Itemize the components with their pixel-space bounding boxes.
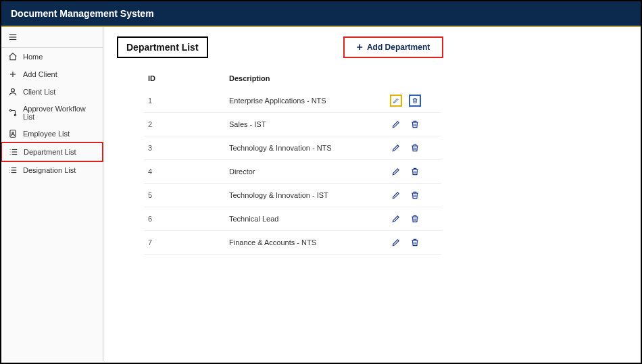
sidebar-item-designation-list[interactable]: Designation List — [1, 161, 103, 179]
sidebar-item-home[interactable]: Home — [1, 48, 103, 66]
column-description: Description — [229, 74, 390, 82]
main-content: Department List + Add Department ID Desc… — [103, 27, 641, 361]
svg-point-6 — [9, 109, 11, 111]
department-table: ID Description 1Enterprise Applications … — [144, 70, 441, 255]
row-id: 4 — [148, 167, 229, 176]
row-description: Enterprise Applications - NTS — [229, 97, 390, 105]
sidebar-toggle[interactable] — [1, 27, 103, 48]
row-actions — [390, 95, 437, 107]
sidebar-item-label: Client List — [23, 88, 55, 96]
user-icon — [8, 87, 18, 97]
table-row: 7Finance & Accounts - NTS — [144, 231, 441, 255]
row-id: 3 — [148, 144, 229, 152]
row-id: 7 — [148, 238, 229, 246]
menu-icon — [8, 32, 18, 42]
table-body: 1Enterprise Applications - NTS2Sales - I… — [144, 89, 441, 255]
list-icon — [8, 165, 18, 175]
sidebar-item-client-list[interactable]: Client List — [1, 83, 103, 101]
home-icon — [8, 52, 18, 61]
delete-icon[interactable] — [409, 95, 421, 107]
table-row: 1Enterprise Applications - NTS — [144, 89, 441, 113]
row-id: 1 — [148, 97, 229, 105]
edit-icon[interactable] — [390, 142, 402, 154]
table-row: 3Technology & Innovation - NTS — [144, 136, 441, 160]
workflow-icon — [8, 108, 18, 118]
row-description: Technology & Innovation - IST — [229, 191, 390, 199]
delete-icon[interactable] — [409, 118, 421, 130]
badge-icon — [8, 129, 18, 138]
app-title: Document Management System — [11, 8, 154, 19]
row-actions — [390, 213, 437, 225]
table-row: 6Technical Lead — [144, 207, 441, 231]
app-frame: Document Management System Home Add Clie… — [0, 0, 642, 364]
row-description: Finance & Accounts - NTS — [229, 238, 390, 246]
main-header-row: Department List + Add Department — [117, 36, 627, 58]
sidebar-item-department-list[interactable]: Department List — [1, 142, 103, 162]
delete-icon[interactable] — [409, 142, 421, 154]
column-actions — [390, 74, 437, 82]
column-id: ID — [148, 74, 229, 82]
delete-icon[interactable] — [409, 236, 421, 249]
row-actions — [390, 118, 437, 130]
edit-icon[interactable] — [390, 165, 402, 178]
table-row: 5Technology & Innovation - IST — [144, 184, 441, 207]
edit-icon[interactable] — [390, 213, 402, 225]
sidebar-item-label: Designation List — [23, 166, 76, 174]
edit-icon[interactable] — [390, 236, 402, 249]
sidebar-item-add-client[interactable]: Add Client — [1, 66, 103, 83]
row-actions — [390, 189, 437, 201]
page-title: Department List — [117, 36, 208, 58]
sidebar-item-label: Department List — [24, 148, 76, 156]
plus-icon: + — [357, 42, 363, 53]
delete-icon[interactable] — [409, 189, 421, 201]
delete-icon[interactable] — [409, 165, 421, 178]
row-id: 6 — [148, 215, 229, 223]
sidebar-item-approver-workflow[interactable]: Approver Workflow List — [1, 101, 103, 125]
row-description: Technology & Innovation - NTS — [229, 144, 390, 152]
sidebar-item-label: Home — [23, 53, 43, 61]
row-actions — [390, 236, 437, 249]
sidebar-item-label: Add Client — [23, 70, 57, 78]
edit-icon[interactable] — [390, 95, 402, 107]
add-department-button[interactable]: + Add Department — [343, 36, 444, 58]
sidebar-item-employee-list[interactable]: Employee List — [1, 125, 103, 142]
row-actions — [390, 142, 437, 154]
table-row: 4Director — [144, 160, 441, 184]
svg-point-9 — [12, 132, 14, 134]
row-actions — [390, 165, 437, 178]
row-description: Director — [229, 167, 390, 176]
list-icon — [9, 147, 18, 157]
svg-point-5 — [11, 88, 15, 92]
table-row: 2Sales - IST — [144, 113, 441, 136]
app-header: Document Management System — [1, 1, 641, 27]
row-description: Sales - IST — [229, 120, 390, 128]
sidebar-item-label: Employee List — [23, 130, 70, 138]
delete-icon[interactable] — [409, 213, 421, 225]
svg-point-7 — [14, 114, 16, 115]
plus-icon — [8, 70, 18, 79]
edit-icon[interactable] — [390, 189, 402, 201]
edit-icon[interactable] — [390, 118, 402, 130]
sidebar: Home Add Client Client List Approver Wor… — [1, 27, 103, 361]
sidebar-item-label: Approver Workflow List — [23, 105, 96, 121]
row-description: Technical Lead — [229, 215, 390, 223]
add-button-label: Add Department — [367, 43, 430, 52]
row-id: 2 — [148, 120, 229, 128]
row-id: 5 — [148, 191, 229, 199]
table-header: ID Description — [144, 70, 441, 89]
app-body: Home Add Client Client List Approver Wor… — [1, 27, 641, 361]
